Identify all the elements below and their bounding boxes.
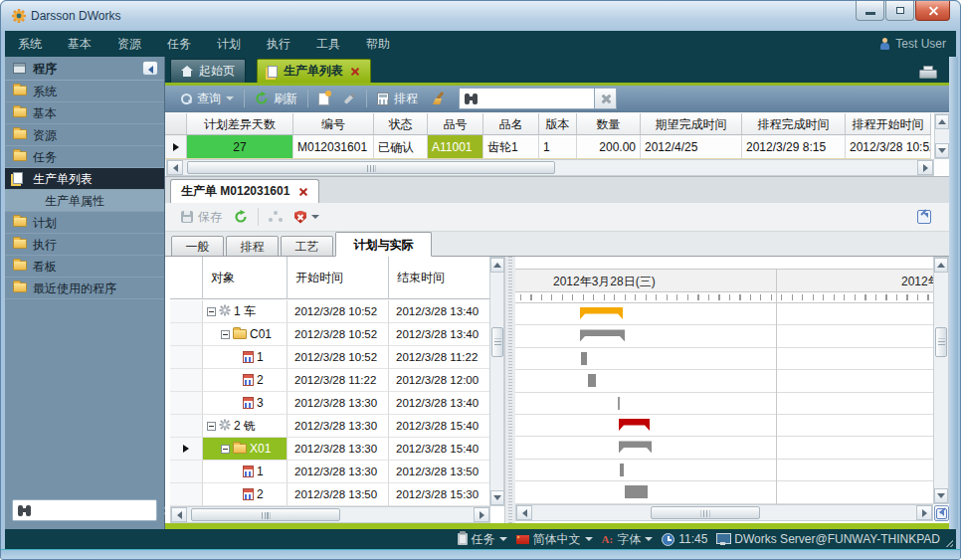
collapse-toggle-icon[interactable] bbox=[207, 422, 216, 431]
tree-row[interactable]: 2 铣2012/3/28 13:302012/3/28 15:40 bbox=[170, 415, 504, 438]
clean-button[interactable] bbox=[425, 88, 453, 109]
tab-close-icon[interactable] bbox=[349, 66, 360, 77]
toolbar-search-input[interactable] bbox=[479, 93, 594, 104]
detail-tab-1[interactable]: 排程 bbox=[226, 236, 279, 257]
close-button[interactable] bbox=[915, 1, 950, 21]
grid-col-7[interactable]: 期望完成时间 bbox=[641, 113, 742, 135]
sidebar-item-1[interactable]: 基本 bbox=[5, 102, 164, 124]
tree-row[interactable]: 32012/3/28 13:302012/3/28 13:40 bbox=[170, 392, 504, 415]
detail-tab-0[interactable]: 一般 bbox=[171, 236, 224, 257]
menu-item-7[interactable]: 帮助 bbox=[353, 31, 403, 57]
sidebar-search-input[interactable] bbox=[21, 501, 162, 519]
minimize-button[interactable] bbox=[856, 1, 884, 21]
tree-node[interactable]: 1 bbox=[203, 461, 288, 483]
collapse-toggle-icon[interactable] bbox=[221, 445, 230, 454]
schedule-button[interactable]: 排程 bbox=[370, 88, 425, 109]
tree-node[interactable]: C01 bbox=[203, 323, 288, 346]
printer-icon[interactable] bbox=[919, 64, 935, 78]
tree-row[interactable]: C012012/3/28 10:522012/3/28 13:40 bbox=[170, 323, 504, 346]
gantt-bar[interactable] bbox=[581, 352, 587, 365]
grid-col-0[interactable]: 计划差异天数 bbox=[187, 113, 293, 135]
tree-col-object[interactable]: 对象 bbox=[203, 257, 288, 299]
gantt-bar[interactable] bbox=[588, 374, 596, 387]
scroll-up-arrow[interactable] bbox=[490, 258, 504, 273]
menu-item-3[interactable]: 任务 bbox=[154, 31, 204, 57]
splitter-handle[interactable] bbox=[505, 257, 515, 523]
sidebar-item-0[interactable]: 系统 bbox=[5, 81, 164, 102]
grid-col-6[interactable]: 数量 bbox=[577, 113, 641, 135]
menu-item-6[interactable]: 工具 bbox=[303, 31, 353, 57]
sidebar-item-8[interactable]: 看板 bbox=[5, 256, 164, 278]
grid-col-8[interactable]: 排程完成时间 bbox=[742, 113, 846, 135]
resize-grip[interactable] bbox=[943, 537, 953, 547]
gantt-bar[interactable] bbox=[625, 485, 648, 498]
grid-hscroll-thumb[interactable] bbox=[187, 161, 555, 174]
tree-node[interactable]: 2 bbox=[203, 369, 288, 392]
scroll-down-arrow[interactable] bbox=[934, 488, 948, 503]
grid-row[interactable]: 27M012031601已确认A11001齿轮11200.002012/4/25… bbox=[165, 135, 931, 159]
collapse-toggle-icon[interactable] bbox=[221, 330, 230, 339]
tree-row[interactable]: 12012/3/28 13:302012/3/28 13:50 bbox=[170, 461, 504, 483]
scroll-left-arrow[interactable] bbox=[167, 160, 183, 175]
tab-home[interactable]: 起始页 bbox=[170, 59, 246, 83]
detail-refresh-button[interactable] bbox=[228, 206, 254, 228]
detail-tab-2[interactable]: 工艺 bbox=[281, 236, 333, 257]
gantt-goto-task-button[interactable] bbox=[934, 505, 949, 521]
open-external-button[interactable] bbox=[917, 209, 931, 224]
grid-col-5[interactable]: 版本 bbox=[539, 113, 577, 135]
tree-col-start[interactable]: 开始时间 bbox=[288, 257, 389, 299]
tree-hscroll-thumb[interactable] bbox=[191, 508, 340, 521]
tree-row[interactable]: 22012/3/28 11:222012/3/28 12:00 bbox=[170, 369, 504, 392]
detail-tab-close-icon[interactable] bbox=[297, 186, 308, 197]
grid-col-2[interactable]: 状态 bbox=[374, 113, 428, 135]
status-font-selector[interactable]: A: 字体 bbox=[602, 531, 654, 548]
status-task-selector[interactable]: 任务 bbox=[458, 531, 507, 548]
grid-col-9[interactable]: 排程开始时间 bbox=[846, 113, 931, 135]
sidebar-item-2[interactable]: 资源 bbox=[5, 124, 164, 146]
grid-col-1[interactable]: 编号 bbox=[293, 113, 374, 135]
sidebar-item-5[interactable]: 生产单属性 bbox=[5, 190, 164, 212]
scroll-left-arrow[interactable] bbox=[171, 507, 187, 522]
new-button[interactable] bbox=[311, 88, 336, 109]
grid-col-4[interactable]: 品名 bbox=[483, 113, 539, 135]
tree-row[interactable]: 1 车2012/3/28 10:522012/3/28 13:40 bbox=[170, 300, 504, 323]
gantt-vscroll-thumb[interactable] bbox=[935, 327, 947, 357]
scroll-down-arrow[interactable] bbox=[490, 490, 504, 505]
tree-node[interactable]: 3 bbox=[203, 392, 288, 415]
tree-node[interactable]: X01 bbox=[203, 438, 288, 461]
menu-item-4[interactable]: 计划 bbox=[204, 31, 254, 57]
gantt-bar[interactable] bbox=[618, 397, 620, 410]
sidebar-item-4[interactable]: 生产单列表 bbox=[5, 168, 164, 190]
gantt-hscroll-thumb[interactable] bbox=[651, 506, 760, 519]
sidebar-item-9[interactable]: 最近使用的程序 bbox=[5, 278, 164, 299]
menu-item-5[interactable]: 执行 bbox=[254, 31, 303, 57]
tree-row[interactable]: 22012/3/28 13:502012/3/28 15:30 bbox=[170, 483, 504, 506]
tree-col-end[interactable]: 结束时间 bbox=[389, 257, 490, 299]
delete-button[interactable] bbox=[288, 206, 325, 228]
detail-tab-3[interactable]: 计划与实际 bbox=[335, 232, 432, 257]
tree-node[interactable]: 2 bbox=[203, 483, 288, 506]
toolbar-search-clear-button[interactable] bbox=[595, 88, 617, 109]
bom-link-button[interactable] bbox=[263, 206, 288, 228]
refresh-button[interactable]: 刷新 bbox=[248, 88, 304, 109]
scroll-up-arrow[interactable] bbox=[935, 114, 949, 129]
tree-node[interactable]: 2 铣 bbox=[203, 415, 288, 438]
tree-row[interactable]: X012012/3/28 13:302012/3/28 15:40 bbox=[170, 438, 504, 461]
grid-col-3[interactable]: 品号 bbox=[428, 113, 483, 135]
tree-vscroll-thumb[interactable] bbox=[491, 327, 503, 357]
scroll-down-arrow[interactable] bbox=[935, 143, 949, 158]
tab-production-order-list[interactable]: 生产单列表 bbox=[257, 59, 371, 83]
scroll-right-arrow[interactable] bbox=[917, 160, 933, 175]
detail-doc-tab[interactable]: 生产单 M012031601 bbox=[170, 179, 319, 203]
sidebar-item-3[interactable]: 任务 bbox=[5, 146, 164, 168]
sidebar-item-6[interactable]: 计划 bbox=[5, 212, 164, 234]
collapse-toggle-icon[interactable] bbox=[207, 307, 216, 316]
tree-node[interactable]: 1 车 bbox=[203, 300, 288, 323]
query-button[interactable]: 查询 bbox=[173, 88, 241, 109]
menu-item-1[interactable]: 基本 bbox=[55, 31, 104, 57]
sidebar-item-7[interactable]: 执行 bbox=[5, 234, 164, 256]
sidebar-collapse-button[interactable] bbox=[142, 61, 158, 76]
tree-row[interactable]: 12012/3/28 10:522012/3/28 11:22 bbox=[170, 346, 504, 369]
scroll-up-arrow[interactable] bbox=[934, 258, 948, 273]
menu-item-2[interactable]: 资源 bbox=[104, 31, 154, 57]
